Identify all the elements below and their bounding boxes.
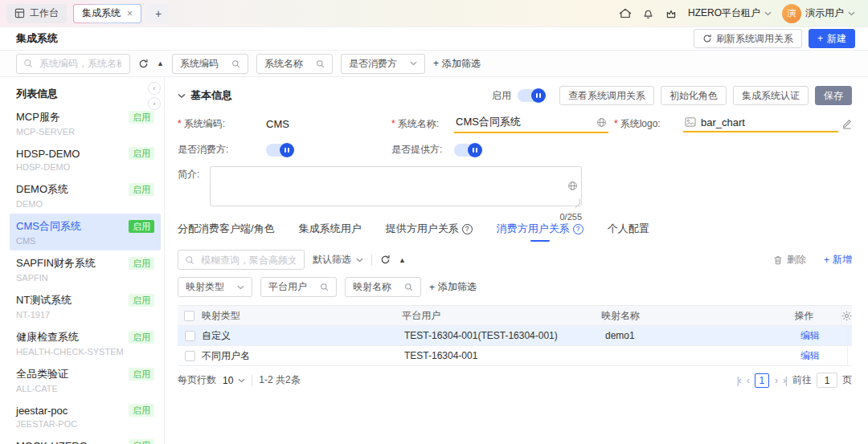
intro-textarea[interactable]: [210, 166, 582, 206]
col-mapping-type: 映射类型: [202, 309, 403, 323]
divider: [252, 375, 252, 386]
char-counter: 0/255: [559, 212, 582, 222]
current-page[interactable]: 1: [755, 373, 769, 388]
sidebar-item-demo[interactable]: DEMO系统启用 DEMO: [10, 177, 161, 214]
tab-personal-config[interactable]: 个人配置: [608, 222, 649, 242]
filter-chip-system-name[interactable]: 系统名称: [256, 54, 333, 74]
chip-platform-user[interactable]: 平台用户: [260, 277, 337, 297]
crown-icon[interactable]: [665, 8, 678, 19]
edit-link[interactable]: 编辑: [800, 330, 820, 341]
gear-icon[interactable]: [841, 311, 852, 321]
col-platform-user: 平台用户: [402, 309, 601, 323]
plus-icon: +: [433, 58, 439, 69]
prev-page-icon[interactable]: ‹: [747, 375, 749, 386]
sidebar-item-hdsp-demo[interactable]: HDSP-DEMO启用 HDSP-DEMO: [10, 141, 161, 177]
system-search-input[interactable]: [38, 57, 123, 70]
integration-auth-button[interactable]: 集成系统认证: [733, 86, 809, 105]
enable-toggle[interactable]: [518, 89, 545, 102]
globe-icon[interactable]: [567, 181, 578, 191]
row-checkbox[interactable]: [185, 351, 195, 361]
goto-label: 前往: [792, 373, 812, 387]
col-action: 操作: [795, 309, 841, 323]
collapse-left-icon[interactable]: ‹: [148, 82, 161, 95]
chip-mapping-type[interactable]: 映射类型: [178, 277, 252, 297]
col-mapping-name: 映射名称: [601, 309, 795, 323]
filter-chip-is-consumer[interactable]: 是否消费方: [341, 54, 425, 74]
globe-icon[interactable]: [596, 117, 607, 128]
refresh-icon[interactable]: [138, 59, 149, 69]
tab-consumer-user-relation[interactable]: 消费方用户关系 ?: [497, 222, 583, 242]
edit-link[interactable]: 编辑: [800, 350, 820, 361]
table-row[interactable]: 不同用户名 TEST-16304-001 编辑: [178, 346, 852, 366]
table-header-row: 映射类型 平台用户 映射名称 操作: [178, 306, 852, 326]
view-call-relation-button[interactable]: 查看系统调用关系: [559, 86, 654, 105]
status-badge: 启用: [129, 294, 154, 307]
bell-icon[interactable]: [642, 7, 654, 19]
tab-integration-users[interactable]: 集成系统用户: [299, 222, 362, 242]
sidebar-item-mock-hzero[interactable]: MOCK-HZERO启用 MOCK-HZERO: [10, 434, 161, 444]
system-name-field[interactable]: CMS合同系统: [454, 114, 608, 133]
row-checkbox[interactable]: [185, 331, 195, 341]
intro-label: 简介:: [178, 166, 210, 181]
sidebar-item-jeestar[interactable]: jeestar-poc启用 JEESTAR-POC: [10, 398, 161, 434]
filter-chip-system-code[interactable]: 系统编码: [172, 54, 248, 74]
mapping-search-input[interactable]: [199, 254, 297, 267]
system-search-box[interactable]: [16, 54, 130, 74]
select-all-checkbox[interactable]: [184, 311, 194, 321]
tab-integration-system[interactable]: 集成系统 ×: [73, 4, 141, 23]
collapse-filters-icon[interactable]: ▲: [399, 256, 406, 264]
refresh-relation-button[interactable]: 刷新系统调用关系: [694, 29, 802, 48]
tab-workbench[interactable]: 工作台: [6, 4, 67, 23]
close-icon[interactable]: ×: [127, 8, 133, 19]
system-logo-label: 系统logo:: [614, 117, 683, 131]
goto-page-input[interactable]: [817, 373, 837, 388]
expand-right-icon[interactable]: ›: [148, 97, 161, 110]
is-consumer-toggle[interactable]: [266, 144, 293, 157]
home-icon[interactable]: [619, 7, 632, 19]
add-filter-button[interactable]: + 添加筛选: [433, 57, 481, 71]
next-page-icon[interactable]: ›: [775, 375, 777, 386]
refresh-icon[interactable]: [380, 255, 391, 265]
sidebar-item-cms-selected[interactable]: CMS合同系统启用 CMS: [10, 214, 161, 251]
section-collapse-icon[interactable]: [178, 93, 186, 99]
system-logo-field[interactable]: bar_chart: [683, 116, 838, 132]
tab-assign-client-role[interactable]: 分配消费客户端/角色: [178, 222, 275, 242]
table-row[interactable]: 自定义 TEST-16304-001(TEST-16304-001) demo1…: [178, 326, 852, 346]
mapping-table: 映射类型 平台用户 映射名称 操作 自定义 TEST-16304-001(TES…: [178, 305, 852, 366]
help-icon[interactable]: ?: [573, 224, 583, 234]
create-button[interactable]: + 新建: [809, 29, 855, 48]
collapse-filters-icon[interactable]: ▲: [157, 59, 164, 67]
add-mapping-button[interactable]: + 新增: [824, 253, 852, 267]
save-button[interactable]: 保存: [815, 86, 852, 105]
status-badge: 启用: [129, 183, 154, 196]
sidebar-item-mcp[interactable]: MCP服务启用 MCP-SERVER: [10, 104, 161, 141]
sidebar-item-nt[interactable]: NT测试系统启用 NT-1917: [10, 287, 161, 324]
default-filter-dropdown[interactable]: 默认筛选: [313, 253, 363, 267]
is-provider-toggle[interactable]: [454, 144, 481, 157]
rows-per-page-select[interactable]: 10: [223, 375, 245, 386]
status-badge: 启用: [129, 111, 154, 124]
tab-label: 集成系统: [82, 6, 121, 20]
enable-label: 启用: [492, 89, 511, 103]
init-role-button[interactable]: 初始化角色: [661, 86, 727, 105]
edit-icon[interactable]: [841, 119, 852, 129]
delete-button[interactable]: 删除: [773, 253, 806, 267]
user-menu[interactable]: 演 演示用户: [782, 4, 855, 23]
page-unit-label: 页: [842, 373, 852, 387]
add-tab-button[interactable]: +: [148, 4, 169, 23]
chip-mapping-name[interactable]: 映射名称: [345, 277, 421, 297]
last-page-icon[interactable]: ›|: [783, 375, 787, 386]
help-icon[interactable]: ?: [462, 224, 473, 234]
tenant-switcher[interactable]: HZERO平台租户: [688, 6, 772, 20]
mapping-search-box[interactable]: [178, 250, 305, 270]
sidebar-item-health-check[interactable]: 健康检查系统启用 HEALTH-CHECK-SYSTEM: [10, 324, 161, 361]
system-code-value[interactable]: CMS: [266, 118, 289, 130]
first-page-icon[interactable]: |‹: [737, 375, 741, 386]
add-filter-button[interactable]: + 添加筛选: [429, 280, 477, 294]
sidebar-item-sapfin[interactable]: SAPFIN财务系统启用 SAPFIN: [10, 251, 161, 287]
tab-provider-user-relation[interactable]: 提供方用户关系 ?: [386, 222, 473, 242]
list-panel-title: 列表信息: [16, 87, 154, 101]
page-title: 集成系统: [16, 31, 58, 46]
chevron-down-icon: [238, 378, 245, 383]
sidebar-item-all-cate[interactable]: 全品类验证启用 ALL-CATE: [10, 361, 161, 398]
